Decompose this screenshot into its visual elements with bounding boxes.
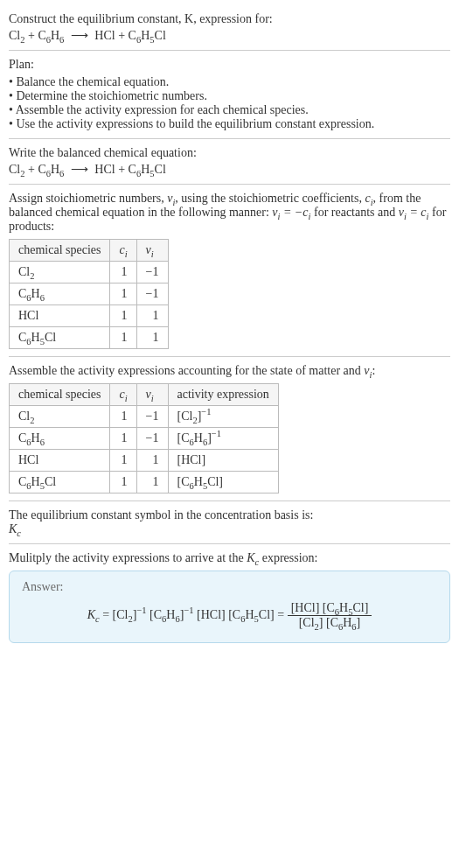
sub: i — [125, 249, 128, 259]
cell-species: C6H5Cl — [10, 472, 110, 494]
text: for reactants and — [310, 206, 398, 219]
text: expression: — [259, 551, 317, 564]
kc-lhs: Kc — [87, 608, 100, 621]
cell-activity: [C6H6]−1 — [168, 428, 278, 450]
cell-species: HCl — [10, 305, 110, 327]
table-row: Cl21−1[Cl2]−1 — [10, 406, 279, 428]
plan-item: Determine the stoichiometric numbers. — [9, 89, 450, 103]
answer-label: Answer: — [22, 580, 437, 594]
balanced-heading: Write the balanced chemical equation: — [9, 146, 450, 160]
reaction-equation: Cl2 + C6H6 ⟶ HCl + C6H5Cl — [9, 28, 450, 43]
text: : — [372, 364, 375, 377]
divider — [9, 543, 450, 544]
cell-ci: 1 — [110, 327, 136, 349]
kc-expression: Kc = [Cl2]−1 [C6H6]−1 [HCl] [C6H5Cl] = [… — [22, 601, 437, 630]
assign-text: Assign stoichiometric numbers, νi, using… — [9, 192, 450, 234]
table-header-row: chemical species ci νi activity expressi… — [10, 384, 279, 406]
table-row: C6H5Cl11 — [10, 327, 169, 349]
cell-ci: 1 — [110, 450, 136, 472]
col-species: chemical species — [10, 240, 110, 262]
activity-text: Assemble the activity expressions accoun… — [9, 364, 450, 378]
cell-nui: 1 — [136, 450, 168, 472]
multiply-section: Mulitply the activity expressions to arr… — [9, 546, 450, 648]
fraction-numerator: [HCl] [C6H5Cl] — [288, 601, 372, 615]
K: K — [87, 608, 95, 621]
col-species: chemical species — [10, 384, 110, 406]
activity-section: Assemble the activity expressions accoun… — [9, 359, 450, 499]
table-row: HCl11 — [10, 305, 169, 327]
cell-nui: −1 — [136, 406, 168, 428]
table-row: HCl11[HCl] — [10, 450, 279, 472]
cell-nui: 1 — [136, 327, 168, 349]
text: Mulitply the activity expressions to arr… — [9, 551, 247, 564]
cell-ci: 1 — [110, 406, 136, 428]
equals: = — [407, 206, 421, 219]
plan-heading: Plan: — [9, 58, 450, 72]
sub: i — [151, 249, 154, 259]
cell-ci: 1 — [110, 472, 136, 494]
answer-box: Answer: Kc = [Cl2]−1 [C6H6]−1 [HCl] [C6H… — [9, 570, 450, 643]
K: K — [247, 551, 254, 564]
plan-section: Plan: Balance the chemical equation. Det… — [9, 52, 450, 136]
equation-inline: Cl2 + C6H6 ⟶ HCl + C6H5Cl — [9, 163, 166, 176]
equals: = − — [280, 206, 303, 219]
sub: i — [151, 394, 154, 403]
K: K — [9, 522, 17, 536]
equation-inline: Cl2 + C6H6 ⟶ HCl + C6H5Cl — [9, 29, 166, 42]
cell-ci: 1 — [110, 428, 136, 450]
table-row: Cl21−1 — [10, 262, 169, 284]
divider — [9, 50, 450, 51]
kc-flat: [Cl2]−1 [C6H6]−1 [HCl] [C6H5Cl] = — [113, 608, 288, 621]
cell-nui: 1 — [136, 472, 168, 494]
cell-nui: 1 — [136, 305, 168, 327]
intro-section: Construct the equilibrium constant, K, e… — [9, 7, 450, 48]
col-ci: ci — [110, 240, 136, 262]
cell-activity: [HCl] — [168, 450, 278, 472]
stoich-table-2: chemical species ci νi activity expressi… — [9, 383, 279, 494]
balanced-equation: Cl2 + C6H6 ⟶ HCl + C6H5Cl — [9, 162, 450, 177]
cell-species: C6H5Cl — [10, 327, 110, 349]
col-ci: ci — [110, 384, 136, 406]
intro-text: Construct the equilibrium constant, K, e… — [9, 12, 273, 25]
col-activity: activity expression — [168, 384, 278, 406]
c-symbol: ci — [365, 192, 372, 205]
cell-species: C6H6 — [10, 284, 110, 305]
text: Assign stoichiometric numbers, — [9, 192, 167, 205]
stoich-table-1: chemical species ci νi Cl21−1 C6H61−1 HC… — [9, 239, 169, 349]
sub: i — [125, 394, 128, 403]
col-nui: νi — [136, 240, 168, 262]
divider — [9, 184, 450, 185]
plan-item: Assemble the activity expression for eac… — [9, 103, 450, 117]
nu-symbol: νi — [167, 192, 175, 205]
divider — [9, 138, 450, 139]
plan-item: Use the activity expressions to build th… — [9, 117, 450, 131]
sub: c — [17, 528, 21, 538]
kc-symbol: Kc — [9, 522, 450, 536]
cell-ci: 1 — [110, 262, 136, 284]
cell-activity: [C6H5Cl] — [168, 472, 278, 494]
kc-symbol-text: The equilibrium constant symbol in the c… — [9, 508, 450, 522]
cell-species: C6H6 — [10, 428, 110, 450]
assign-section: Assign stoichiometric numbers, νi, using… — [9, 186, 450, 354]
fraction-denominator: [Cl2] [C6H6] — [288, 615, 372, 630]
col-nui: νi — [136, 384, 168, 406]
balanced-section: Write the balanced chemical equation: Cl… — [9, 141, 450, 182]
cell-ci: 1 — [110, 305, 136, 327]
cell-ci: 1 — [110, 284, 136, 305]
divider — [9, 356, 450, 357]
table-row: C6H61−1 — [10, 284, 169, 305]
table-row: C6H61−1[C6H6]−1 — [10, 428, 279, 450]
cell-nui: −1 — [136, 262, 168, 284]
equals: = — [100, 608, 113, 621]
kc-symbol-section: The equilibrium constant symbol in the c… — [9, 503, 450, 542]
cell-nui: −1 — [136, 428, 168, 450]
intro-line: Construct the equilibrium constant, K, e… — [9, 12, 450, 26]
cell-nui: −1 — [136, 284, 168, 305]
plan-list: Balance the chemical equation. Determine… — [9, 75, 450, 131]
kc-fraction: [HCl] [C6H5Cl][Cl2] [C6H6] — [288, 601, 372, 630]
text: Assemble the activity expressions accoun… — [9, 364, 364, 377]
table-header-row: chemical species ci νi — [10, 240, 169, 262]
kc-inline: Kc — [247, 551, 259, 564]
text: , using the stoichiometric coefficients, — [175, 192, 365, 205]
cell-species: Cl2 — [10, 262, 110, 284]
